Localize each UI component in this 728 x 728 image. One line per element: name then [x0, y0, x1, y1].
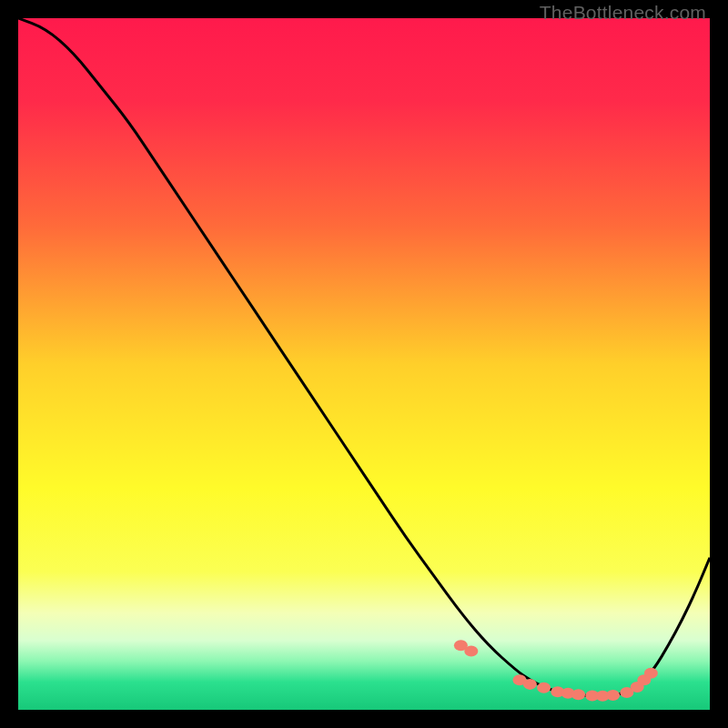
watermark-text: TheBottleneck.com [540, 2, 706, 24]
curve-marker [537, 682, 551, 693]
curve-marker [523, 679, 537, 690]
curve-marker [464, 645, 478, 656]
bottleneck-curve-chart [18, 18, 710, 710]
curve-marker [571, 689, 585, 700]
curve-marker [606, 690, 620, 701]
gradient-background [18, 18, 710, 710]
chart-frame [18, 18, 710, 710]
curve-marker [644, 668, 658, 679]
